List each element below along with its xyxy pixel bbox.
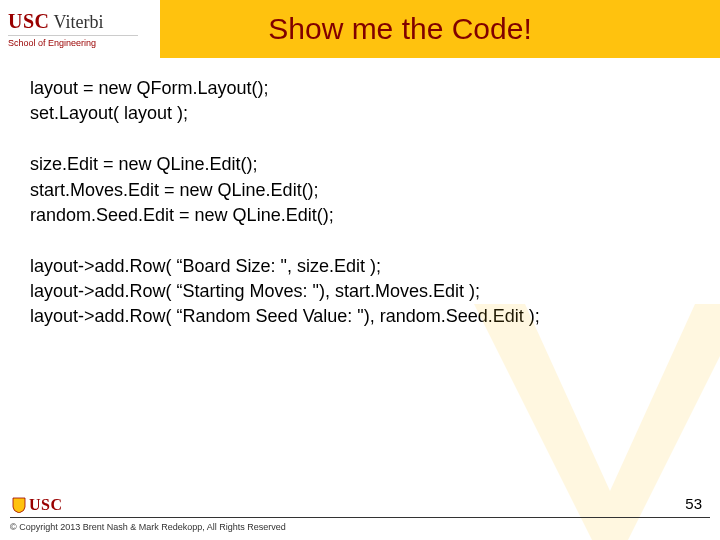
code-block-2: size.Edit = new QLine.Edit(); start.Move… <box>30 152 690 228</box>
shield-icon <box>12 497 26 513</box>
code-line: set.Layout( layout ); <box>30 101 690 126</box>
code-block-3: layout->add.Row( “Board Size: ", size.Ed… <box>30 254 690 330</box>
content-area: layout = new QForm.Layout(); set.Layout(… <box>0 58 720 330</box>
header-bar: USC Viterbi School of Engineering Show m… <box>0 0 720 58</box>
logo-viterbi-text: Viterbi <box>54 12 104 33</box>
logo-top: USC Viterbi <box>8 10 160 33</box>
code-line: random.Seed.Edit = new QLine.Edit(); <box>30 203 690 228</box>
code-line: layout = new QForm.Layout(); <box>30 76 690 101</box>
logo-subtitle: School of Engineering <box>8 35 138 48</box>
footer: USC © Copyright 2013 Brent Nash & Mark R… <box>0 482 720 540</box>
logo-usc-text: USC <box>8 10 50 33</box>
code-line: start.Moves.Edit = new QLine.Edit(); <box>30 178 690 203</box>
code-block-1: layout = new QForm.Layout(); set.Layout(… <box>30 76 690 126</box>
code-line: layout->add.Row( “Board Size: ", size.Ed… <box>30 254 690 279</box>
code-line: layout->add.Row( “Random Seed Value: "),… <box>30 304 690 329</box>
footer-logo: USC <box>12 496 63 514</box>
code-line: size.Edit = new QLine.Edit(); <box>30 152 690 177</box>
footer-divider <box>10 517 710 518</box>
code-line: layout->add.Row( “Starting Moves: "), st… <box>30 279 690 304</box>
footer-usc-text: USC <box>29 496 63 514</box>
slide-title: Show me the Code! <box>160 12 720 46</box>
copyright-text: © Copyright 2013 Brent Nash & Mark Redek… <box>10 522 286 532</box>
logo-block: USC Viterbi School of Engineering <box>0 0 160 58</box>
page-number: 53 <box>685 495 702 512</box>
